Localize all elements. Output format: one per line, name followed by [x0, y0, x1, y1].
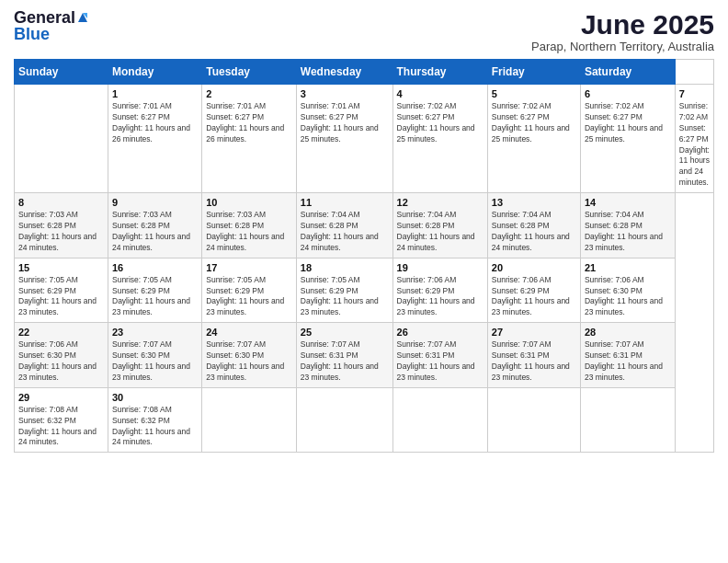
daylight-text: Daylight: 11 hours and 23 minutes.	[301, 362, 379, 382]
day-number: 9	[112, 197, 198, 208]
day-info: Sunrise: 7:06 AM Sunset: 6:30 PM Dayligh…	[585, 275, 671, 319]
day-info: Sunrise: 7:03 AM Sunset: 6:28 PM Dayligh…	[112, 210, 198, 254]
daylight-text: Daylight: 11 hours and 23 minutes.	[585, 362, 663, 382]
sunrise-text: Sunrise: 7:02 AM	[397, 101, 457, 110]
day-number: 7	[679, 88, 710, 99]
day-info: Sunrise: 7:02 AM Sunset: 6:27 PM Dayligh…	[585, 101, 671, 145]
daylight-text: Daylight: 11 hours and 23 minutes.	[585, 232, 663, 252]
daylight-text: Daylight: 11 hours and 24 minutes.	[206, 232, 284, 252]
daylight-text: Daylight: 11 hours and 23 minutes.	[585, 296, 663, 316]
sunset-text: Sunset: 6:28 PM	[301, 221, 358, 230]
day-number: 28	[585, 327, 671, 338]
sunrise-text: Sunrise: 7:04 AM	[585, 210, 644, 219]
day-info: Sunrise: 7:01 AM Sunset: 6:27 PM Dayligh…	[301, 101, 389, 145]
day-number: 27	[492, 327, 576, 338]
calendar-week-row: 22 Sunrise: 7:06 AM Sunset: 6:30 PM Dayl…	[15, 323, 714, 388]
sunset-text: Sunset: 6:29 PM	[397, 286, 455, 295]
sunset-text: Sunset: 6:28 PM	[206, 221, 264, 230]
table-row: 28 Sunrise: 7:07 AM Sunset: 6:31 PM Dayl…	[580, 323, 675, 388]
sunrise-text: Sunrise: 7:07 AM	[206, 339, 266, 349]
sunrise-text: Sunrise: 7:01 AM	[301, 101, 360, 110]
month-title: June 2025	[531, 9, 714, 40]
day-number: 22	[18, 327, 104, 338]
table-row: 3 Sunrise: 7:01 AM Sunset: 6:27 PM Dayli…	[296, 85, 392, 193]
sunset-text: Sunset: 6:32 PM	[112, 416, 170, 425]
sunrise-text: Sunrise: 7:04 AM	[492, 210, 552, 219]
col-friday: Friday	[487, 60, 580, 85]
day-number: 6	[585, 88, 671, 99]
sunset-text: Sunset: 6:27 PM	[301, 112, 358, 121]
table-row: 2 Sunrise: 7:01 AM Sunset: 6:27 PM Dayli…	[202, 85, 297, 193]
sunrise-text: Sunrise: 7:03 AM	[206, 210, 266, 219]
day-info: Sunrise: 7:07 AM Sunset: 6:31 PM Dayligh…	[301, 339, 389, 384]
daylight-text: Daylight: 11 hours and 23 minutes.	[18, 362, 97, 382]
day-number: 23	[112, 327, 198, 338]
sunrise-text: Sunrise: 7:05 AM	[301, 275, 360, 284]
day-info: Sunrise: 7:06 AM Sunset: 6:29 PM Dayligh…	[492, 275, 576, 319]
day-number: 29	[18, 392, 104, 403]
table-row: 5 Sunrise: 7:02 AM Sunset: 6:27 PM Dayli…	[487, 85, 580, 193]
daylight-text: Daylight: 11 hours and 23 minutes.	[301, 296, 379, 316]
day-number: 3	[301, 88, 389, 99]
table-row: 29 Sunrise: 7:08 AM Sunset: 6:32 PM Dayl…	[15, 387, 108, 453]
sunset-text: Sunset: 6:30 PM	[206, 350, 264, 360]
day-info: Sunrise: 7:07 AM Sunset: 6:31 PM Dayligh…	[585, 339, 671, 384]
sunrise-text: Sunrise: 7:08 AM	[18, 405, 78, 414]
sunrise-text: Sunrise: 7:05 AM	[206, 275, 266, 284]
table-row: 23 Sunrise: 7:07 AM Sunset: 6:30 PM Dayl…	[108, 323, 202, 388]
logo-blue-text: Blue	[14, 26, 50, 42]
table-row: 8 Sunrise: 7:03 AM Sunset: 6:28 PM Dayli…	[15, 193, 108, 259]
table-row: 7 Sunrise: 7:02 AM Sunset: 6:27 PM Dayli…	[675, 85, 713, 193]
sunset-text: Sunset: 6:29 PM	[112, 286, 170, 295]
sunrise-text: Sunrise: 7:07 AM	[585, 339, 644, 349]
day-info: Sunrise: 7:02 AM Sunset: 6:27 PM Dayligh…	[397, 101, 483, 145]
day-info: Sunrise: 7:05 AM Sunset: 6:29 PM Dayligh…	[301, 275, 389, 319]
day-number: 12	[397, 197, 483, 208]
day-info: Sunrise: 7:06 AM Sunset: 6:29 PM Dayligh…	[397, 275, 483, 319]
sunset-text: Sunset: 6:28 PM	[18, 221, 76, 230]
calendar-week-row: 29 Sunrise: 7:08 AM Sunset: 6:32 PM Dayl…	[15, 387, 714, 453]
table-row: 13 Sunrise: 7:04 AM Sunset: 6:28 PM Dayl…	[487, 193, 580, 259]
col-monday: Monday	[108, 60, 202, 85]
daylight-text: Daylight: 11 hours and 23 minutes.	[112, 362, 190, 382]
day-info: Sunrise: 7:07 AM Sunset: 6:30 PM Dayligh…	[112, 339, 198, 384]
page-header: General Blue June 2025 Parap, Northern T…	[14, 9, 714, 53]
table-row	[202, 387, 297, 453]
sunrise-text: Sunrise: 7:07 AM	[397, 339, 457, 349]
daylight-text: Daylight: 11 hours and 26 minutes.	[112, 123, 190, 144]
day-info: Sunrise: 7:05 AM Sunset: 6:29 PM Dayligh…	[18, 275, 104, 319]
daylight-text: Daylight: 11 hours and 26 minutes.	[206, 123, 284, 144]
daylight-text: Daylight: 11 hours and 24 minutes.	[679, 145, 710, 188]
table-row: 21 Sunrise: 7:06 AM Sunset: 6:30 PM Dayl…	[580, 258, 675, 323]
logo-icon	[76, 11, 89, 24]
sunset-text: Sunset: 6:31 PM	[301, 350, 358, 360]
sunset-text: Sunset: 6:28 PM	[585, 221, 643, 230]
day-info: Sunrise: 7:05 AM Sunset: 6:29 PM Dayligh…	[112, 275, 198, 319]
sunrise-text: Sunrise: 7:06 AM	[397, 275, 457, 284]
sunset-text: Sunset: 6:27 PM	[397, 112, 455, 121]
day-info: Sunrise: 7:07 AM Sunset: 6:31 PM Dayligh…	[492, 339, 576, 384]
sunset-text: Sunset: 6:30 PM	[112, 350, 170, 360]
sunrise-text: Sunrise: 7:02 AM	[492, 101, 552, 110]
sunrise-text: Sunrise: 7:07 AM	[301, 339, 360, 349]
sunset-text: Sunset: 6:30 PM	[18, 350, 76, 360]
sunrise-text: Sunrise: 7:04 AM	[397, 210, 457, 219]
sunset-text: Sunset: 6:31 PM	[585, 350, 643, 360]
table-row: 18 Sunrise: 7:05 AM Sunset: 6:29 PM Dayl…	[296, 258, 392, 323]
day-number: 15	[18, 262, 104, 273]
day-info: Sunrise: 7:01 AM Sunset: 6:27 PM Dayligh…	[112, 101, 198, 145]
sunset-text: Sunset: 6:29 PM	[18, 286, 76, 295]
day-info: Sunrise: 7:05 AM Sunset: 6:29 PM Dayligh…	[206, 275, 292, 319]
table-row: 27 Sunrise: 7:07 AM Sunset: 6:31 PM Dayl…	[487, 323, 580, 388]
day-number: 4	[397, 88, 483, 99]
daylight-text: Daylight: 11 hours and 23 minutes.	[206, 362, 284, 382]
sunset-text: Sunset: 6:29 PM	[301, 286, 358, 295]
table-row: 24 Sunrise: 7:07 AM Sunset: 6:30 PM Dayl…	[202, 323, 297, 388]
sunrise-text: Sunrise: 7:02 AM	[679, 101, 708, 121]
calendar: Sunday Monday Tuesday Wednesday Thursday…	[14, 59, 714, 453]
daylight-text: Daylight: 11 hours and 24 minutes.	[18, 232, 97, 252]
daylight-text: Daylight: 11 hours and 23 minutes.	[492, 362, 570, 382]
sunrise-text: Sunrise: 7:06 AM	[18, 339, 78, 349]
daylight-text: Daylight: 11 hours and 23 minutes.	[492, 296, 570, 316]
daylight-text: Daylight: 11 hours and 24 minutes.	[112, 232, 190, 252]
